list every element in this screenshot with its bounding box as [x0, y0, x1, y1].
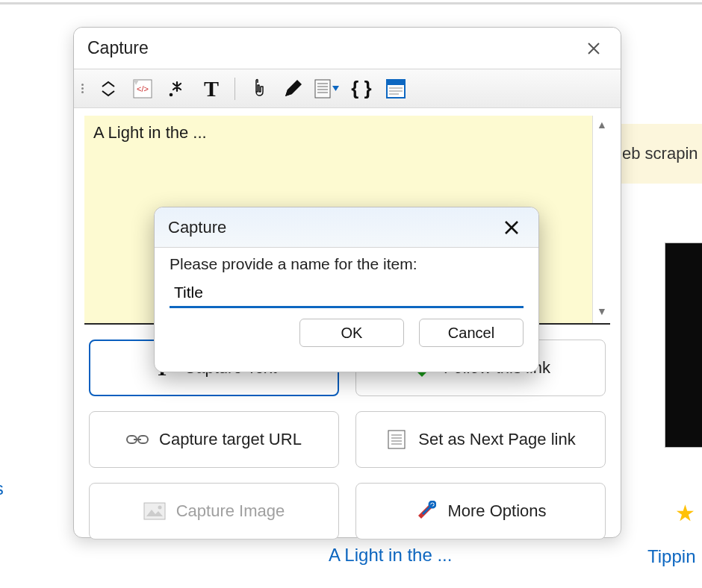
book-text: TH [667, 398, 702, 424]
layout-icon[interactable] [383, 76, 409, 101]
svg-rect-11 [387, 80, 405, 85]
button-label: Set as Next Page link [418, 430, 575, 449]
book-text: W [667, 296, 702, 322]
list-dropdown-icon[interactable] [314, 76, 340, 101]
book-title-link[interactable]: Tippin [647, 546, 695, 567]
scroll-up-icon[interactable]: ▲ [593, 119, 611, 134]
book-text: S [667, 266, 702, 284]
svg-rect-24 [144, 503, 165, 519]
page-list-icon [385, 428, 408, 451]
item-name-input[interactable] [170, 281, 524, 308]
star-icon: ★ [675, 500, 695, 526]
dialog-title: Capture [168, 218, 226, 237]
dialog-titlebar: Capture [74, 28, 621, 69]
name-prompt-dialog: Capture Please provide a name for the it… [154, 207, 539, 372]
preview-text: A Light in the ... [84, 116, 610, 150]
link-icon [126, 428, 149, 451]
svg-point-2 [170, 93, 173, 96]
app-divider [0, 2, 702, 4]
tools-icon [414, 500, 437, 522]
set-next-page-button[interactable]: Set as Next Page link [355, 411, 606, 468]
more-options-button[interactable]: More Options [355, 483, 606, 539]
svg-rect-19 [388, 431, 405, 448]
scroll-down-icon[interactable]: ▼ [593, 305, 611, 320]
capture-toolbar: </> T { } [74, 69, 621, 108]
left-sidebar: n nes [0, 4, 82, 587]
scrollbar[interactable]: ▲ ▼ [592, 116, 610, 323]
close-icon[interactable] [501, 217, 522, 238]
braces-icon[interactable]: { } [349, 76, 374, 101]
close-icon[interactable] [583, 38, 604, 59]
pencil-icon[interactable] [280, 76, 305, 101]
ok-button[interactable]: OK [299, 319, 404, 347]
book-text: I [667, 367, 702, 386]
toolbar-separator [234, 78, 235, 100]
svg-rect-4 [315, 80, 330, 98]
info-banner: eb scrapin [621, 124, 702, 184]
html-source-icon[interactable]: </> [130, 76, 155, 101]
text-icon[interactable]: T [199, 76, 224, 101]
book-cover-thumbnail[interactable]: S W I TH [665, 243, 702, 448]
toolbar-grip-icon[interactable] [78, 84, 87, 93]
nav-link-fragment[interactable]: nes [0, 478, 4, 499]
svg-text:</>: </> [137, 84, 149, 93]
image-icon [143, 500, 166, 522]
capture-url-button[interactable]: Capture target URL [89, 411, 339, 468]
expand-icon[interactable] [96, 76, 121, 101]
prompt-label: Please provide a name for the item: [170, 255, 524, 273]
button-label: More Options [447, 501, 546, 521]
click-cursor-icon[interactable] [246, 76, 271, 101]
svg-text:T: T [204, 77, 219, 101]
svg-text:{ }: { } [351, 78, 371, 99]
capture-image-button[interactable]: Capture Image [89, 483, 339, 539]
button-label: Capture target URL [159, 430, 302, 449]
dialog-titlebar: Capture [155, 207, 538, 248]
svg-point-25 [158, 506, 161, 510]
dialog-title: Capture [87, 38, 149, 58]
regex-icon[interactable] [164, 76, 190, 101]
button-label: Capture Image [176, 501, 285, 521]
cancel-button[interactable]: Cancel [419, 319, 524, 347]
